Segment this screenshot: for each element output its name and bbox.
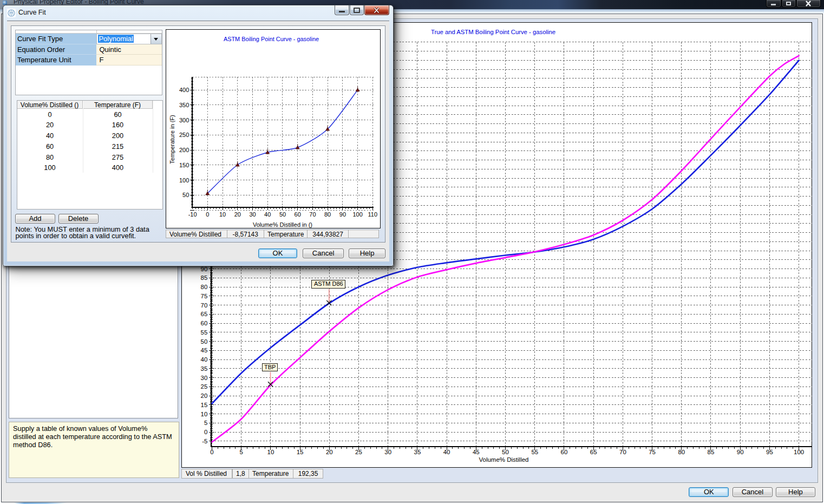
- svg-text:350: 350: [179, 101, 189, 108]
- svg-text:95: 95: [766, 449, 773, 455]
- svg-text:Volume% Distilled: Volume% Distilled: [479, 456, 528, 463]
- svg-text:85: 85: [708, 449, 715, 455]
- svg-text:90: 90: [339, 211, 346, 218]
- svg-text:-10: -10: [188, 211, 197, 218]
- svg-text:85: 85: [201, 274, 208, 281]
- svg-text:0: 0: [204, 429, 207, 435]
- svg-text:50: 50: [201, 338, 208, 345]
- svg-text:100: 100: [352, 211, 362, 218]
- svg-text:100: 100: [794, 449, 804, 455]
- svg-text:250: 250: [179, 132, 189, 138]
- svg-text:300: 300: [179, 116, 189, 123]
- svg-text:55: 55: [201, 329, 208, 336]
- svg-text:25: 25: [201, 383, 208, 390]
- svg-text:10: 10: [201, 411, 208, 417]
- svg-text:110: 110: [368, 211, 378, 218]
- svg-text:65: 65: [201, 311, 208, 317]
- svg-text:100: 100: [179, 176, 189, 183]
- svg-text:70: 70: [309, 211, 316, 218]
- svg-text:80: 80: [324, 211, 331, 218]
- svg-text:30: 30: [201, 375, 208, 381]
- svg-text:40: 40: [443, 449, 450, 455]
- svg-text:35: 35: [414, 449, 421, 455]
- svg-text:5: 5: [204, 420, 207, 426]
- svg-text:30: 30: [249, 211, 256, 218]
- svg-text:60: 60: [295, 211, 301, 218]
- svg-text:80: 80: [201, 284, 208, 290]
- svg-text:70: 70: [619, 449, 626, 455]
- svg-text:90: 90: [737, 449, 744, 455]
- svg-text:400: 400: [179, 87, 189, 93]
- svg-text:5: 5: [239, 449, 243, 455]
- svg-text:50: 50: [182, 192, 189, 198]
- svg-text:55: 55: [531, 449, 538, 455]
- svg-text:75: 75: [649, 449, 656, 455]
- svg-text:45: 45: [201, 347, 208, 354]
- svg-text:0: 0: [206, 211, 209, 218]
- svg-text:80: 80: [678, 449, 685, 455]
- svg-text:10: 10: [267, 449, 274, 455]
- svg-text:60: 60: [201, 320, 208, 326]
- svg-text:30: 30: [384, 449, 391, 455]
- svg-text:90: 90: [201, 266, 208, 272]
- svg-text:40: 40: [201, 356, 208, 363]
- svg-text:75: 75: [201, 293, 208, 299]
- svg-text:-5: -5: [202, 438, 207, 444]
- svg-text:Volume% Distilled in (): Volume% Distilled in (): [253, 221, 312, 228]
- svg-text:150: 150: [179, 161, 189, 168]
- svg-text:50: 50: [502, 449, 509, 455]
- svg-text:65: 65: [590, 449, 597, 455]
- svg-text:Temperature in (F): Temperature in (F): [169, 115, 175, 163]
- svg-text:70: 70: [201, 302, 208, 309]
- svg-text:45: 45: [473, 449, 480, 455]
- svg-text:20: 20: [201, 392, 208, 399]
- svg-text:200: 200: [179, 147, 189, 153]
- svg-text:40: 40: [264, 211, 271, 218]
- svg-text:25: 25: [355, 449, 362, 455]
- svg-text:20: 20: [234, 211, 241, 218]
- svg-text:20: 20: [326, 449, 333, 455]
- svg-text:50: 50: [279, 211, 286, 218]
- svg-text:60: 60: [561, 449, 568, 455]
- svg-text:0: 0: [210, 449, 213, 455]
- svg-text:35: 35: [201, 365, 208, 372]
- svg-text:10: 10: [219, 211, 226, 218]
- svg-text:15: 15: [201, 402, 208, 408]
- svg-text:15: 15: [297, 449, 304, 455]
